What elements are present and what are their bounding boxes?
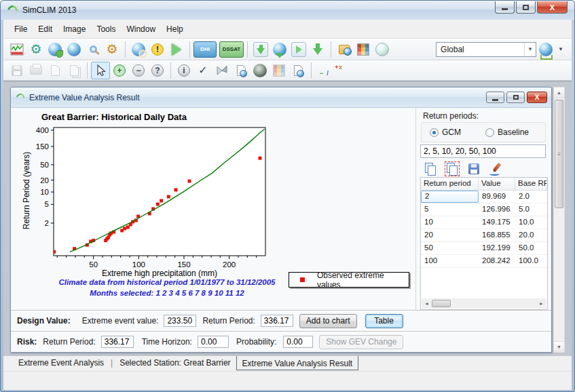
table-cell[interactable]: 100 (421, 255, 479, 267)
info-icon[interactable]: i (174, 62, 193, 79)
globe-download-icon[interactable] (270, 41, 289, 58)
main-titlebar[interactable]: SimCLIM 2013 X (1, 1, 574, 20)
radio-button-icon[interactable] (430, 128, 439, 137)
extreme-event-value-field[interactable] (164, 315, 196, 327)
palette-icon[interactable] (354, 41, 373, 58)
return-periods-input[interactable] (420, 144, 546, 158)
svg-text:100: 100 (132, 260, 145, 269)
probability-field[interactable] (283, 336, 313, 348)
add-to-chart-button[interactable]: Add to chart (299, 314, 357, 328)
child-close-button[interactable]: X (527, 92, 547, 103)
column-header[interactable]: Return period (421, 178, 479, 190)
menu-item-edit[interactable]: Edit (33, 22, 58, 37)
table-cell[interactable]: 50.0 (515, 242, 547, 254)
folder-globe-icon[interactable] (335, 41, 354, 58)
globe-search-icon[interactable] (129, 41, 148, 58)
page-globe-icon[interactable] (231, 62, 251, 79)
tab-extreme-event-analysis[interactable]: Extreme Event Analysis (13, 356, 109, 369)
radio-gcm[interactable]: GCM (430, 128, 461, 137)
download-arrow-icon[interactable] (308, 41, 327, 58)
menu-item-window[interactable]: Window (121, 22, 161, 37)
globe-dark-icon[interactable] (251, 62, 270, 79)
table-button[interactable]: Table (365, 314, 403, 328)
menu-item-tools[interactable]: Tools (91, 22, 121, 37)
table-cell[interactable]: 192.199 (479, 242, 515, 254)
table-cell[interactable]: 10.0 (515, 216, 547, 229)
copy-special-icon[interactable] (443, 160, 462, 178)
risk-return-period-field[interactable] (101, 336, 134, 348)
pointer-icon[interactable] (91, 62, 110, 79)
zoom-in-icon[interactable]: + (110, 62, 129, 79)
import-box-icon[interactable] (251, 41, 270, 58)
design-return-period-field[interactable] (261, 315, 293, 327)
menu-item-image[interactable]: Image (58, 22, 91, 37)
table-cell[interactable]: 5.0 (515, 203, 547, 216)
check-icon[interactable]: ✓ (193, 62, 212, 79)
column-header[interactable]: Value (479, 178, 515, 190)
scroll-down-icon[interactable]: ▼ (554, 341, 564, 352)
radio-button-icon[interactable] (485, 128, 494, 137)
play-box-icon[interactable] (289, 41, 308, 58)
page-globe2-icon[interactable] (289, 62, 308, 79)
zoom-out-icon[interactable]: − (129, 62, 148, 79)
chevron-down-icon[interactable]: ▼ (558, 46, 563, 52)
table-cell[interactable]: 2 (421, 191, 479, 203)
globe-icon[interactable] (64, 41, 84, 58)
chevron-down-icon[interactable]: ▼ (524, 43, 536, 56)
tab-extreme-value-analysis-result[interactable]: Extreme Value Analysis Result (236, 355, 359, 370)
child-restore-button[interactable] (506, 92, 525, 103)
column-header[interactable]: Base RP (515, 178, 547, 190)
mdi-vertical-scrollbar[interactable]: ▲ ≡ ▼ (553, 87, 565, 353)
edit-pencil-icon[interactable] (486, 160, 505, 178)
flag-icon[interactable] (212, 62, 231, 79)
run-icon[interactable] (167, 41, 186, 58)
globe-leaf-icon[interactable] (45, 41, 64, 58)
scrollbar-thumb[interactable] (432, 300, 451, 307)
scrollbar-thumb[interactable]: ≡ (555, 100, 563, 208)
site-network-icon[interactable] (536, 41, 555, 58)
help-icon[interactable]: ? (148, 62, 167, 79)
child-titlebar[interactable]: Extreme Value Analysis Result (11, 87, 551, 108)
save-small-icon[interactable] (464, 160, 483, 178)
timeseries-chart-icon[interactable] (7, 41, 26, 58)
warning-icon[interactable]: ! (148, 41, 167, 58)
scroll-left-icon[interactable]: ◄ (422, 301, 432, 306)
copy-icon[interactable] (421, 160, 440, 178)
magnifier-icon[interactable] (84, 41, 103, 58)
table-cell[interactable]: 50 (421, 242, 479, 254)
gear-green-icon[interactable]: ⚙ (26, 41, 45, 58)
calculator-icon[interactable]: +x−/ (315, 62, 334, 79)
close-button[interactable]: X (537, 1, 568, 14)
menu-item-file[interactable]: File (9, 22, 33, 37)
scroll-right-icon[interactable]: ► (536, 301, 546, 306)
table-cell[interactable]: 5 (421, 203, 479, 216)
table-cell[interactable]: 2.0 (515, 191, 547, 203)
dhi-button[interactable]: DHI (193, 41, 217, 58)
tab-selected-station-great-barrier[interactable]: Selected Station: Great Barrier (114, 356, 236, 369)
table-row: 289.9692.0 (421, 191, 547, 203)
table-cell[interactable]: 126.996 (479, 203, 515, 216)
table-horizontal-scrollbar[interactable]: ◄► (422, 298, 546, 309)
global-select[interactable]: Global ▼ (436, 42, 536, 57)
palette-faded-icon[interactable] (270, 62, 289, 79)
maximize-button[interactable] (516, 1, 536, 14)
time-horizon-field[interactable] (198, 336, 229, 348)
menu-item-help[interactable]: Help (161, 22, 189, 37)
table-cell[interactable]: 149.175 (479, 216, 515, 229)
menu-bar: FileEditImageToolsWindowHelp (3, 20, 572, 39)
table-cell[interactable]: 89.969 (479, 191, 515, 203)
dssat-button[interactable]: DSSAT (219, 41, 244, 58)
table-cell[interactable]: 168.855 (479, 229, 515, 241)
scroll-up-icon[interactable]: ▲ (554, 87, 564, 98)
table-cell[interactable]: 20 (421, 229, 479, 241)
globe-light-icon[interactable] (373, 41, 392, 58)
table-cell[interactable]: 20.0 (515, 229, 547, 241)
child-minimize-button[interactable] (486, 92, 504, 103)
table-cell[interactable]: 208.242 (479, 255, 515, 267)
return-periods-radio-group: GCMBaseline (421, 122, 546, 142)
table-cell[interactable]: 100.0 (515, 255, 547, 267)
radio-baseline[interactable]: Baseline (485, 128, 529, 137)
gear-orange-icon[interactable]: ⚙ (103, 41, 122, 58)
minimize-button[interactable] (495, 1, 515, 14)
table-cell[interactable]: 10 (421, 216, 479, 229)
